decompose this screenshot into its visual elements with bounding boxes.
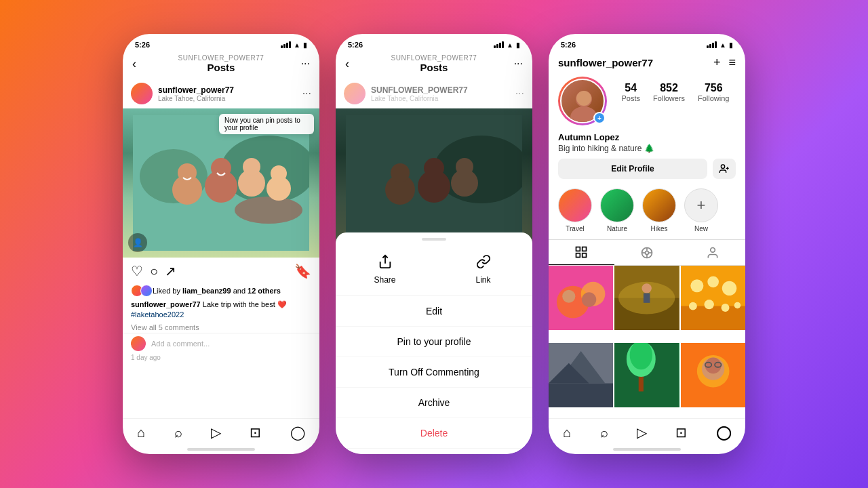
photo-grid [549,266,745,418]
post-avatar-1[interactable] [131,83,153,104]
comment-button[interactable]: ○ [150,264,158,279]
post-options-2: ··· [515,87,524,100]
more-button-1[interactable]: ··· [301,58,310,70]
post-photo-svg [133,115,309,251]
delete-menu-item[interactable]: Delete [336,418,532,449]
grid-cell-6[interactable] [681,343,745,407]
tab-reels[interactable] [614,240,680,265]
header-title-wrap-1: SUNFLOWER_POWER77 Posts [178,54,264,73]
svg-point-51 [722,281,736,296]
tab-grid[interactable] [549,240,614,265]
svg-point-55 [721,304,729,312]
post-likes: Liked by liam_beanz99 and 12 others [123,285,319,300]
post-avatar-2 [344,83,366,104]
highlight-hikes[interactable]: Hikes [642,188,676,232]
edit-profile-button[interactable]: Edit Profile [558,159,707,179]
caption-username: sunflower_power77 [131,300,201,308]
svg-point-42 [582,292,596,306]
caption-text: Lake trip with the best ❤️ [203,300,287,308]
svg-rect-29 [576,253,580,258]
bottom-nav-1: ⌂ ⌕ ▷ ⊡ ◯ [123,418,319,445]
svg-rect-30 [583,253,587,258]
highlight-hikes-circle [642,188,676,222]
add-person-button[interactable] [713,159,736,179]
nav-search-1[interactable]: ⌕ [174,425,182,441]
followers-count: 852 [653,82,685,94]
post-username-1: sunflower_power77 [158,85,297,95]
posts-count: 54 [621,82,640,94]
add-post-button[interactable]: + [713,56,721,70]
nav-reels-1[interactable]: ▷ [211,424,221,441]
svg-point-46 [642,283,652,293]
pin-menu-item[interactable]: Pin to your profile [336,327,532,357]
svg-point-3 [235,197,302,224]
wifi-icon-2: ▲ [507,41,513,49]
archive-menu-item[interactable]: Archive [336,388,532,418]
grid-cell-4[interactable] [549,343,613,407]
nav-home-3[interactable]: ⌂ [563,425,571,441]
back-button-1[interactable]: ‹ [132,57,136,71]
followers-label: Followers [653,94,685,102]
back-button-2[interactable]: ‹ [345,57,349,71]
view-comments[interactable]: View all 5 comments [123,323,319,333]
nav-home-1[interactable]: ⌂ [137,425,145,441]
svg-point-23 [576,91,591,106]
profile-header-icons: + ≡ [713,56,736,70]
highlight-travel[interactable]: Travel [558,188,592,232]
post-options-1[interactable]: ··· [302,87,311,100]
header-title-2: Posts [391,62,477,73]
highlight-nature[interactable]: Nature [600,188,634,232]
pin-tooltip: Now you can pin posts to your profile [219,114,314,134]
more-button-2[interactable]: ··· [514,58,523,70]
share-label: Share [374,275,395,285]
time-1: 5:26 [135,41,150,49]
home-indicator-3 [549,445,745,454]
profile-plus-badge[interactable]: + [593,112,606,124]
location-icon[interactable]: 👤 [128,233,147,252]
time-2: 5:26 [348,41,363,49]
status-icons-2: ▲ ▮ [494,41,520,49]
svg-point-50 [707,276,719,287]
nav-profile-1[interactable]: ◯ [290,424,305,441]
nav-shop-1[interactable]: ⊡ [250,424,261,441]
profile-desc: Big into hiking & nature 🌲 [558,144,736,153]
posts-label: Posts [621,94,640,102]
stat-posts[interactable]: 54 Posts [621,82,640,102]
tab-tagged[interactable] [679,240,745,265]
menu-button[interactable]: ≡ [728,56,736,70]
share-button[interactable]: ↗ [165,263,176,279]
liked-avatars [131,285,150,297]
modal-sheet: Share Link Edit Pin to your profile Turn… [336,232,532,454]
bookmark-button[interactable]: 🔖 [294,263,311,279]
nav-reels-3[interactable]: ▷ [637,424,647,441]
wifi-icon-3: ▲ [719,41,726,49]
svg-point-19 [456,158,473,176]
bottom-nav-3: ⌂ ⌕ ▷ ⊡ ◯ [549,418,745,445]
svg-point-32 [646,251,649,254]
caption-hashtag[interactable]: #laketahoe2022 [131,310,184,319]
grid-cell-1[interactable] [549,266,613,330]
grid-cell-2[interactable] [614,266,679,330]
link-action-btn[interactable]: Link [434,254,532,285]
nav-search-3[interactable]: ⌕ [600,425,608,441]
highlight-new-label: New [694,225,708,232]
svg-point-54 [704,300,713,309]
edit-menu-item[interactable]: Edit [336,296,532,327]
stat-followers[interactable]: 852 Followers [653,82,685,102]
share-action-btn[interactable]: Share [336,254,434,285]
signal-icon [281,41,291,48]
signal-icon-3 [707,41,717,48]
highlight-new[interactable]: + New [684,188,718,232]
nav-profile-3[interactable]: ◯ [716,424,731,441]
grid-cell-3[interactable] [681,266,745,330]
highlight-nature-circle [600,188,634,222]
svg-point-56 [734,302,741,309]
grid-cell-5[interactable] [614,343,679,407]
like-button[interactable]: ♡ [131,263,143,279]
stat-following[interactable]: 756 Following [698,82,729,102]
header-title-wrap-2: SUNFLOWER_POWER77 Posts [391,54,477,73]
phone-2: 5:26 ▲ ▮ ‹ SUNFLOWER_POWER77 Posts ··· S… [336,34,532,454]
comment-placeholder[interactable]: Add a comment... [151,340,210,348]
turn-off-commenting-item[interactable]: Turn Off Commenting [336,357,532,388]
nav-shop-3[interactable]: ⊡ [675,424,687,441]
